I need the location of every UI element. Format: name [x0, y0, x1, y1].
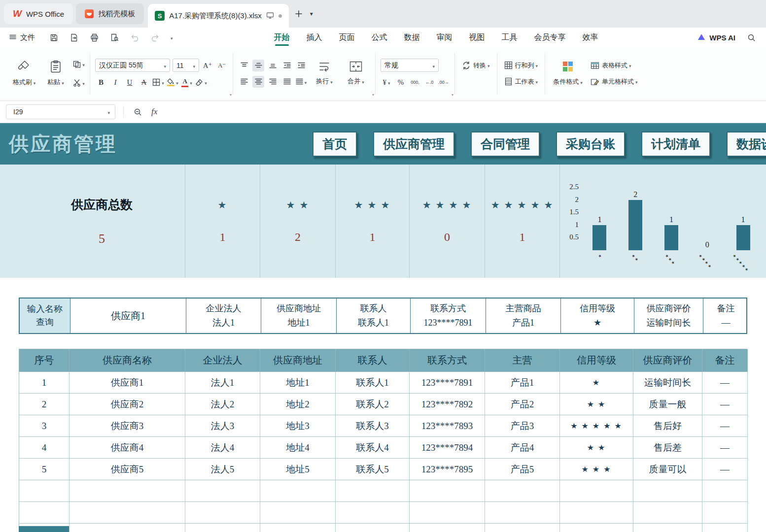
- table-cell[interactable]: —: [702, 459, 748, 480]
- empty-cell[interactable]: [260, 480, 336, 502]
- empty-cell[interactable]: [410, 524, 485, 532]
- font-size-select[interactable]: 11: [173, 59, 199, 72]
- table-cell[interactable]: 地址1: [260, 372, 336, 394]
- table-cell[interactable]: 5: [19, 459, 70, 480]
- align-left-icon[interactable]: [238, 76, 250, 88]
- table-cell[interactable]: 运输时间长: [633, 372, 702, 394]
- align-bottom-icon[interactable]: [267, 60, 279, 71]
- table-header-cell[interactable]: 供应商名称: [70, 349, 185, 372]
- table-cell[interactable]: —: [702, 372, 748, 394]
- align-right-icon[interactable]: [267, 76, 279, 88]
- table-cell[interactable]: 供应商5: [70, 459, 185, 480]
- indent-increase-icon[interactable]: [295, 60, 307, 71]
- search-field-cell[interactable]: 联系方式123****7891: [410, 299, 486, 333]
- empty-cell[interactable]: [633, 524, 702, 532]
- table-cell[interactable]: 产品5: [485, 459, 560, 480]
- table-header-cell[interactable]: 联系人: [336, 349, 410, 372]
- tab-active-document[interactable]: S A17.采购管理系统(8)(3).xlsx: [148, 4, 289, 28]
- file-menu[interactable]: 文件: [9, 33, 35, 42]
- table-cell[interactable]: 产品3: [485, 415, 560, 437]
- tab-wps-office[interactable]: W WPS Office: [4, 3, 73, 24]
- number-format-select[interactable]: 常规: [381, 59, 439, 72]
- new-tab-button[interactable]: [295, 10, 303, 18]
- empty-cell[interactable]: [19, 480, 70, 502]
- wps-ai-button[interactable]: WPS AI: [697, 33, 735, 42]
- empty-cell[interactable]: [336, 524, 410, 532]
- align-top-icon[interactable]: [238, 60, 250, 71]
- export-button[interactable]: [68, 32, 80, 43]
- currency-format-button[interactable]: ¥: [381, 76, 392, 88]
- empty-cell[interactable]: [485, 502, 560, 524]
- strikethrough-button[interactable]: [138, 76, 150, 88]
- search-label-cell[interactable]: 输入名称查询: [20, 299, 70, 333]
- table-header-cell[interactable]: 供应商地址: [260, 349, 336, 372]
- search-name-cell[interactable]: 供应商1: [70, 299, 186, 333]
- table-header-cell[interactable]: 企业法人: [185, 349, 260, 372]
- search-field-cell[interactable]: 供应商地址地址1: [261, 299, 336, 333]
- borders-button[interactable]: [152, 76, 164, 88]
- table-cell[interactable]: 供应商4: [70, 437, 185, 459]
- decrease-decimal-button[interactable]: [438, 76, 450, 88]
- table-cell[interactable]: 4: [19, 437, 70, 459]
- screen-share-icon[interactable]: [266, 12, 274, 20]
- menu-tab-公式[interactable]: 公式: [372, 28, 387, 47]
- table-cell[interactable]: 地址5: [260, 459, 336, 480]
- table-header-cell[interactable]: 备注: [702, 349, 748, 372]
- table-cell[interactable]: 联系人2: [336, 394, 410, 415]
- stats-chart[interactable]: 2.521.510.5 12101 ★★★★★★★★★★★★★★★: [559, 165, 766, 278]
- table-cell[interactable]: 123****7895: [410, 459, 485, 480]
- empty-cell[interactable]: [336, 480, 410, 502]
- menu-tab-页面[interactable]: 页面: [339, 28, 355, 47]
- table-cell[interactable]: 地址3: [260, 415, 336, 437]
- empty-cell[interactable]: [633, 502, 702, 524]
- insert-function-button[interactable]: fx: [151, 107, 157, 117]
- align-center-icon[interactable]: [252, 76, 264, 88]
- undo-button[interactable]: [129, 32, 140, 43]
- table-cell[interactable]: 质量可以: [633, 459, 702, 480]
- tab-list-dropdown-icon[interactable]: [309, 10, 313, 17]
- redo-button[interactable]: [149, 32, 161, 43]
- table-header-cell[interactable]: 序号: [19, 349, 70, 372]
- search-field-cell[interactable]: 企业法人法人1: [186, 299, 261, 333]
- rows-columns-button[interactable]: 行和列: [502, 60, 540, 71]
- paste-button[interactable]: 粘贴: [41, 51, 70, 96]
- empty-cell[interactable]: [560, 524, 633, 532]
- font-name-select[interactable]: 汉仪正圆 55简: [95, 59, 170, 72]
- percent-format-button[interactable]: %: [395, 76, 407, 88]
- table-cell[interactable]: 123****7892: [410, 394, 485, 415]
- supplier-total-cell[interactable]: 供应商总数 5: [0, 165, 185, 278]
- underline-button[interactable]: [124, 76, 136, 88]
- table-cell[interactable]: 123****7891: [410, 372, 485, 394]
- table-cell[interactable]: 售后好: [633, 415, 702, 437]
- thousands-separator-button[interactable]: [409, 76, 421, 88]
- merge-cells-button[interactable]: 合并: [342, 51, 370, 96]
- empty-cell[interactable]: [70, 524, 185, 532]
- empty-cell[interactable]: [485, 480, 560, 502]
- empty-cell[interactable]: [185, 524, 260, 532]
- table-cell[interactable]: 供应商2: [70, 394, 185, 415]
- table-header-cell[interactable]: 信用等级: [560, 349, 633, 372]
- stat-rating-column[interactable]: ★ ★ ★ ★0: [409, 165, 485, 278]
- table-cell[interactable]: 1: [19, 372, 70, 394]
- empty-cell[interactable]: [702, 524, 748, 532]
- stat-rating-column[interactable]: ★ ★ ★ ★ ★1: [485, 165, 559, 278]
- table-style-button[interactable]: 表格样式: [589, 60, 633, 71]
- table-cell[interactable]: 2: [19, 394, 70, 415]
- nav-button-供应商管理[interactable]: 供应商管理: [373, 132, 454, 157]
- table-cell[interactable]: 售后差: [633, 437, 702, 459]
- menu-tab-会员专享[interactable]: 会员专享: [534, 28, 566, 47]
- table-cell[interactable]: ★ ★: [560, 437, 633, 459]
- table-cell[interactable]: 产品4: [485, 437, 560, 459]
- table-cell[interactable]: 产品2: [485, 394, 560, 415]
- increase-decimal-button[interactable]: [423, 76, 435, 88]
- empty-cell[interactable]: [185, 502, 260, 524]
- print-preview-button[interactable]: [108, 32, 120, 43]
- decrease-font-size-button[interactable]: [216, 60, 228, 71]
- empty-cell[interactable]: [410, 502, 485, 524]
- empty-cell[interactable]: [260, 502, 336, 524]
- table-cell[interactable]: 123****7894: [410, 437, 485, 459]
- table-header-cell[interactable]: 主营: [485, 349, 560, 372]
- align-middle-icon[interactable]: [252, 60, 264, 71]
- table-cell[interactable]: 供应商1: [70, 372, 185, 394]
- table-cell[interactable]: 联系人4: [336, 437, 410, 459]
